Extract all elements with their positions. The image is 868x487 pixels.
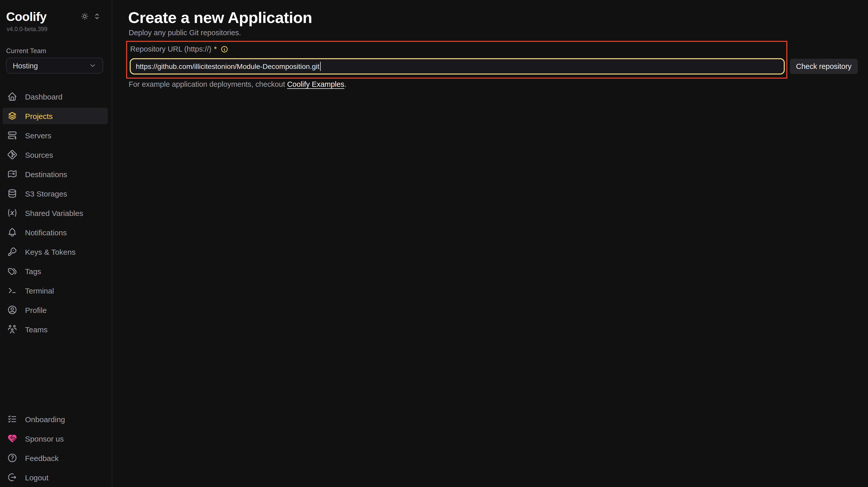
helper-prefix: For example application deployments, che… — [129, 80, 287, 88]
sidebar-item-label: S3 Storages — [25, 190, 67, 197]
sidebar-item-teams[interactable]: Teams — [3, 321, 108, 337]
app-version: v4.0.0-beta.399 — [7, 26, 48, 32]
sidebar-item-logout[interactable]: Logout — [3, 469, 108, 485]
sidebar-item-feedback[interactable]: Feedback — [3, 450, 108, 466]
sidebar-item-profile[interactable]: Profile — [3, 302, 108, 318]
sidebar-item-label: Logout — [25, 474, 49, 481]
sidebar-item-label: Notifications — [25, 228, 67, 236]
user-circle-icon — [7, 305, 18, 315]
git-icon — [7, 150, 18, 160]
map-x-icon — [7, 169, 18, 179]
sidebar-item-label: Terminal — [25, 287, 54, 294]
sidebar-item-label: Sponsor us — [25, 435, 64, 442]
sidebar-item-keys-tokens[interactable]: Keys & Tokens — [3, 244, 108, 260]
sidebar-item-label: Destinations — [25, 170, 67, 178]
sun-icon — [81, 12, 89, 21]
text-caret — [320, 62, 321, 71]
chevron-down-icon — [89, 62, 96, 69]
server-bolt-icon — [7, 130, 18, 140]
app-logo: Coolify — [6, 10, 46, 24]
repository-url-label: Repository URL (https://) — [130, 45, 211, 53]
theme-toggle-button[interactable] — [81, 12, 89, 21]
repository-url-label-row: Repository URL (https://) * — [130, 45, 228, 53]
helper-text: For example application deployments, che… — [129, 80, 346, 88]
sidebar-item-label: Dashboard — [25, 93, 63, 100]
sidebar-item-label: Sources — [25, 151, 53, 159]
sidebar-item-label: Profile — [25, 306, 47, 314]
sidebar-item-label: Servers — [25, 131, 51, 139]
users-group-icon — [7, 324, 18, 334]
sidebar-item-terminal[interactable]: Terminal — [3, 282, 108, 299]
sidebar-item-projects[interactable]: Projects — [3, 108, 108, 124]
sidebar: Coolify v4.0.0-beta.399 Current Team Hos… — [0, 0, 112, 487]
coolify-examples-link[interactable]: Coolify Examples — [287, 80, 344, 88]
main-content: Create a new Application Deploy any publ… — [112, 0, 868, 487]
repository-url-input[interactable]: https://github.com/illicitestonion/Modul… — [130, 58, 785, 74]
page-subtitle: Deploy any public Git repositories. — [129, 29, 241, 37]
helper-suffix: . — [344, 80, 346, 88]
sidebar-item-sources[interactable]: Sources — [3, 147, 108, 163]
team-select-value: Hosting — [13, 62, 89, 70]
database-icon — [7, 188, 18, 199]
repository-url-value: https://github.com/illicitestonion/Modul… — [136, 62, 319, 70]
sidebar-collapse-toggle[interactable] — [93, 12, 101, 21]
bell-icon — [7, 227, 18, 237]
checklist-icon — [7, 414, 18, 424]
sidebar-item-servers[interactable]: Servers — [3, 127, 108, 143]
sidebar-nav: Dashboard Projects Servers Sources — [3, 88, 108, 340]
variable-icon — [7, 208, 18, 218]
coolify-app: Coolify v4.0.0-beta.399 Current Team Hos… — [0, 0, 868, 487]
current-team-label: Current Team — [6, 47, 46, 55]
sidebar-item-label: Keys & Tokens — [25, 248, 75, 256]
stack-icon — [7, 111, 18, 121]
sidebar-item-label: Teams — [25, 325, 48, 333]
selector-up-down-icon — [93, 12, 101, 21]
check-repository-button[interactable]: Check repository — [790, 59, 858, 74]
sidebar-item-label: Shared Variables — [25, 209, 83, 217]
logout-icon — [7, 472, 18, 482]
sidebar-item-label: Feedback — [25, 454, 59, 462]
required-asterisk: * — [214, 45, 217, 53]
terminal-prompt-icon — [7, 285, 18, 296]
info-circle-icon[interactable] — [220, 45, 228, 53]
sidebar-item-label: Onboarding — [25, 415, 65, 423]
sidebar-item-dashboard[interactable]: Dashboard — [3, 88, 108, 105]
sidebar-footer-nav: Onboarding Sponsor us Feedback Logout — [3, 411, 108, 487]
sidebar-item-label: Projects — [25, 112, 53, 120]
sidebar-item-tags[interactable]: Tags — [3, 263, 108, 279]
sidebar-item-sponsor-us[interactable]: Sponsor us — [3, 430, 108, 447]
sidebar-item-notifications[interactable]: Notifications — [3, 224, 108, 240]
key-icon — [7, 247, 18, 257]
highlight-annotation-box: Repository URL (https://) * https://gith… — [126, 41, 787, 78]
sidebar-item-shared-variables[interactable]: Shared Variables — [3, 205, 108, 221]
sidebar-item-destinations[interactable]: Destinations — [3, 166, 108, 182]
heart-handshake-icon — [7, 433, 18, 444]
sidebar-item-onboarding[interactable]: Onboarding — [3, 411, 108, 427]
sidebar-item-s3-storages[interactable]: S3 Storages — [3, 185, 108, 202]
tags-icon — [7, 266, 18, 276]
home-icon — [7, 91, 18, 102]
sidebar-item-label: Tags — [25, 267, 41, 275]
page-title: Create a new Application — [128, 9, 312, 27]
help-circle-icon — [7, 453, 18, 463]
team-select[interactable]: Hosting — [6, 58, 103, 73]
